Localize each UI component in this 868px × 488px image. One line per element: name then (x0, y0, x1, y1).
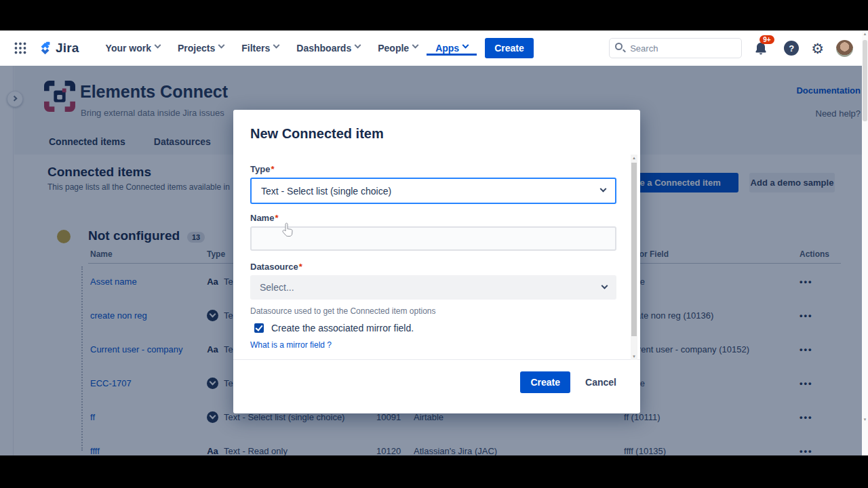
notification-badge: 9+ (760, 35, 774, 44)
chevron-down-icon (218, 42, 225, 49)
nav-item-label: Your work (106, 43, 151, 54)
chevron-down-icon (462, 42, 469, 49)
notifications-button[interactable]: 9+ (754, 38, 772, 58)
type-field-label: Type* (250, 164, 274, 174)
type-select-value: Text - Select list (single choice) (261, 186, 391, 197)
modal-cancel-button[interactable]: Cancel (585, 377, 616, 388)
grid-dots-icon (14, 42, 26, 54)
name-field-label: Name* (250, 213, 278, 223)
navbar-left: Jira Your work Projects Filters Dashboar… (0, 30, 534, 66)
letterbox-top (0, 0, 868, 30)
chevron-down-icon (155, 42, 161, 49)
modal-scrollbar[interactable] (631, 155, 637, 360)
jira-wordmark: Jira (56, 41, 79, 56)
nav-item-projects[interactable]: Projects (169, 41, 233, 56)
scrollbar-up-icon[interactable] (862, 32, 868, 36)
nav-item-label: Filters (241, 43, 270, 54)
chevron-down-icon (412, 42, 419, 49)
nav-item-label: Projects (178, 43, 215, 54)
scrollbar-thumb[interactable] (863, 40, 867, 121)
screen: Jira Your work Projects Filters Dashboar… (0, 0, 868, 488)
create-button[interactable]: Create (485, 38, 534, 58)
nav-item-people[interactable]: People (369, 41, 427, 56)
new-connected-item-modal: New Connected item Type* Text - Select l… (233, 110, 640, 413)
app-switcher-icon[interactable] (9, 37, 31, 59)
required-marker: * (271, 164, 274, 174)
avatar[interactable] (836, 40, 853, 57)
chevron-down-icon (355, 42, 361, 49)
page-content: Elements Connect Bring external data ins… (0, 66, 868, 455)
mirror-checkbox-label: Create the associated mirror field. (271, 323, 414, 333)
nav-item-label: People (378, 43, 409, 54)
help-icon[interactable] (784, 41, 799, 56)
datasource-select-placeholder: Select... (260, 282, 294, 293)
nav-menu: Your work Projects Filters Dashboards Pe… (97, 41, 477, 56)
nav-item-dashboards[interactable]: Dashboards (288, 41, 369, 56)
letterbox-bottom (0, 455, 868, 488)
datasource-field-label: Datasource* (250, 262, 302, 272)
nav-item-label: Dashboards (296, 43, 351, 54)
name-label-text: Name (250, 213, 274, 223)
search-input[interactable] (609, 38, 742, 58)
type-label-text: Type (250, 164, 270, 174)
nav-item-your-work[interactable]: Your work (97, 41, 169, 56)
chevron-down-icon (601, 282, 608, 289)
modal-title: New Connected item (250, 126, 384, 142)
jira-logo[interactable]: Jira (38, 41, 79, 56)
required-marker: * (299, 262, 302, 272)
gear-icon[interactable] (811, 41, 824, 56)
navbar-right: 9+ (609, 30, 868, 66)
scroll-down-arrow-icon[interactable] (631, 353, 637, 360)
scrollbar-down-icon[interactable] (862, 418, 868, 422)
modal-scrollbar-thumb[interactable] (631, 163, 637, 336)
type-select[interactable]: Text - Select list (single choice) (250, 178, 616, 204)
what-is-mirror-field-link[interactable]: What is a mirror field ? (250, 340, 332, 350)
search-box (609, 38, 742, 58)
jira-logo-icon (38, 41, 53, 56)
modal-create-button[interactable]: Create (520, 371, 570, 393)
mirror-checkbox-row: Create the associated mirror field. (254, 323, 414, 333)
nav-item-filters[interactable]: Filters (233, 41, 288, 56)
datasource-help-text: Datasource used to get the Connected ite… (250, 306, 436, 316)
nav-item-apps[interactable]: Apps (427, 41, 477, 56)
scroll-up-arrow-icon[interactable] (631, 155, 637, 161)
required-marker: * (275, 213, 278, 223)
jira-navbar: Jira Your work Projects Filters Dashboar… (0, 30, 868, 66)
nav-item-label: Apps (435, 43, 459, 54)
modal-footer: Create Cancel (233, 360, 640, 413)
datasource-select[interactable]: Select... (250, 275, 616, 300)
name-field[interactable] (250, 226, 616, 251)
datasource-label-text: Datasource (250, 262, 298, 272)
browser-scrollbar[interactable] (862, 30, 868, 455)
mirror-field-checkbox[interactable] (254, 323, 264, 333)
chevron-down-icon (600, 186, 607, 192)
chevron-down-icon (273, 42, 280, 49)
